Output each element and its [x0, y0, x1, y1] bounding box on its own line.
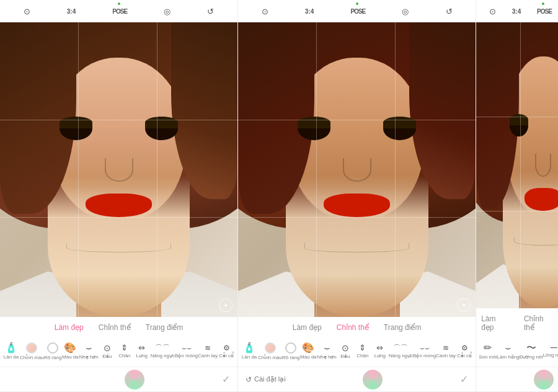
tool-lan-da-2[interactable]: 🧴 Làn da — [241, 343, 258, 360]
tool-nang-nguc-icon-1: ⌒⌒ — [155, 344, 170, 352]
tool-bon-mong-label-2: Bộn móng — [413, 353, 436, 359]
tool-chan-1[interactable]: ⇕ Chân — [116, 344, 133, 359]
color-circle-3[interactable] — [534, 370, 554, 390]
tool-nang-nguc-2[interactable]: ⌒⌒ Nâng ngực — [389, 344, 413, 359]
tool-cai-co-label-2: Cải cổ — [457, 353, 472, 359]
tool-dau-1[interactable]: ⊙ Đầu — [99, 344, 116, 359]
tool-chinh-mau-icon-2 — [265, 342, 276, 354]
action-bar-3: ↺ ✓ — [476, 367, 558, 391]
refresh-icon-1[interactable]: ↺ — [207, 7, 214, 16]
tool-chan-label-1: Chân — [118, 353, 130, 359]
circle-icon-1[interactable]: ◎ — [164, 7, 170, 16]
tool-bon-mong-1[interactable]: ⌣⌣ Bộn móng — [175, 344, 198, 359]
refresh-icon-2[interactable]: ↺ — [446, 7, 453, 16]
tool-canh-tay-2[interactable]: ≋ Cánh tay — [436, 344, 456, 359]
tool-chinh-mau-icon-1 — [26, 342, 37, 354]
ratio-34-icon-3[interactable]: 3:4 — [512, 8, 521, 15]
checkmark-1[interactable]: ✓ — [222, 373, 230, 385]
tool-duong-net-3[interactable]: 〜 Đường nét — [520, 343, 543, 360]
tab-lam-dep-3[interactable]: Làm đẹp — [479, 313, 512, 333]
tool-lung-1[interactable]: ⇔ Lưng — [133, 344, 151, 359]
tool-bar-1: 🧴 Làn da Chỉnh màu Rõ ràng 🎨 Màu da ⌣ Nh… — [0, 336, 237, 367]
tool-chinh-mau-1[interactable]: Chỉnh màu — [20, 342, 44, 360]
tool-ro-rang-label-1: Rõ ràng — [44, 355, 61, 360]
tool-dau-icon-2: ⊙ — [342, 344, 349, 352]
tool-bon-mong-2[interactable]: ⌣⌣ Bộn móng — [413, 344, 436, 359]
tab-lam-dep-1[interactable]: Làm đẹp — [52, 322, 86, 333]
tab-chinh-the-3[interactable]: Chỉnh thể — [521, 313, 557, 333]
aspect-ratio-icon-2[interactable]: ⊙ — [262, 7, 268, 16]
tab-bar-1: Làm đẹp Chỉnh thể Trang điểm — [0, 317, 237, 336]
tool-mau-da-2[interactable]: 🎨 Màu da — [299, 343, 317, 360]
tab-bar-3: Làm đẹp Chỉnh thể Trang điểm — [476, 308, 558, 336]
tab-lam-dep-2[interactable]: Làm đẹp — [290, 322, 324, 333]
tool-chan-icon-1: ⇕ — [121, 344, 128, 352]
pose-icon-3[interactable]: POSE — [537, 8, 552, 15]
tool-dau-2[interactable]: ⊙ Đầu — [337, 344, 354, 359]
tool-bar-3: ✏ Son môi ⌣ Làm hồng 〜 Đường nét — Lông … — [476, 336, 558, 367]
pose-icon-1[interactable]: POSE — [112, 8, 127, 15]
reset-btn-2[interactable]: ↺ Cài đặt lại — [246, 375, 286, 384]
circle-icon-2[interactable]: ◎ — [402, 7, 409, 16]
tool-nhe-hon-1[interactable]: ⌣ Nhẹ hơn — [79, 343, 98, 360]
portrait-2 — [238, 22, 476, 317]
tool-lam-hong-3[interactable]: ⌣ Làm hồng — [497, 343, 519, 360]
tool-ro-rang-2[interactable]: Rõ ràng — [282, 342, 299, 360]
aspect-ratio-icon-1[interactable]: ⊙ — [24, 7, 30, 16]
tool-chan-label-2: Chân — [356, 353, 368, 359]
tab-chinh-the-2[interactable]: Chỉnh thể — [334, 322, 371, 333]
tool-lung-2[interactable]: ⇔ Lưng — [371, 344, 389, 359]
ratio-34-icon-1[interactable]: 3:4 — [67, 8, 76, 15]
aspect-ratio-icon-3[interactable]: ⊙ — [489, 7, 496, 16]
tool-nang-nguc-1[interactable]: ⌒⌒ Nâng ngực — [151, 344, 175, 359]
color-circle-1[interactable] — [125, 370, 144, 390]
portrait-nose-1 — [105, 158, 133, 182]
checkmark-2[interactable]: ✓ — [460, 373, 468, 385]
tool-canh-tay-label-1: Cánh tay — [198, 353, 218, 359]
pose-icon-2[interactable]: POSE — [350, 8, 365, 15]
tool-lan-da-label-1: Làn da — [4, 354, 19, 360]
portrait-necklace-2 — [304, 243, 409, 252]
portrait-lips-3 — [525, 188, 558, 211]
portrait-1 — [0, 22, 237, 317]
tool-lan-da-label-2: Làn da — [242, 354, 257, 360]
portrait-eyes-3 — [510, 114, 558, 137]
tool-nhe-hon-2[interactable]: ⌣ Nhẹ hơn — [317, 343, 336, 360]
action-bar-2: ↺ Cài đặt lại ✓ — [238, 367, 476, 391]
tool-bon-mong-icon-1: ⌣⌣ — [182, 344, 192, 352]
tool-lan-da-icon-2: 🧴 — [243, 343, 255, 353]
tool-cai-co-1[interactable]: ⚙ Cải cổ — [218, 344, 235, 359]
tab-chinh-the-1[interactable]: Chỉnh thể — [96, 322, 133, 333]
tool-son-moi-icon-3: ✏ — [484, 343, 492, 353]
tool-duong-net-label-3: Đường nét — [520, 354, 543, 360]
tool-mau-da-icon-1: 🎨 — [64, 343, 76, 353]
eye-right-1 — [145, 117, 179, 140]
eye-left-2 — [298, 117, 331, 140]
dot-indicator-1 — [118, 2, 120, 5]
tool-canh-tay-1[interactable]: ≋ Cánh tay — [198, 344, 218, 359]
portrait-3 — [476, 22, 558, 308]
color-circle-2[interactable] — [363, 370, 383, 390]
tool-ro-rang-icon-2 — [285, 342, 296, 354]
tool-chinh-mau-2[interactable]: Chỉnh màu — [258, 342, 282, 360]
tool-ro-rang-1[interactable]: Rõ ràng — [44, 342, 61, 360]
panel-2: ⊙ 3:4 POSE ◎ ↺ — [238, 0, 476, 391]
tool-chan-2[interactable]: ⇕ Chân — [354, 344, 371, 359]
portrait-lips-1 — [86, 194, 152, 217]
tool-cai-co-2[interactable]: ⚙ Cải cổ — [456, 344, 473, 359]
beauty-badge-1: ✦ — [219, 298, 232, 312]
tab-trang-diem-1[interactable]: Trang điểm — [143, 322, 186, 333]
panel-3: ⊙ 3:4 POSE ◎ ↺ — [476, 0, 558, 391]
tool-son-moi-3[interactable]: ✏ Son môi — [479, 343, 497, 360]
tool-nhe-hon-icon-1: ⌣ — [86, 343, 92, 353]
tab-trang-diem-2[interactable]: Trang điểm — [381, 322, 424, 333]
tool-mau-da-1[interactable]: 🎨 Màu da — [61, 343, 79, 360]
ratio-34-icon-2[interactable]: 3:4 — [305, 8, 314, 15]
tool-lan-da-1[interactable]: 🧴 Làn da — [2, 343, 20, 360]
tool-long-may-3[interactable]: — Lông mày — [543, 344, 558, 358]
tool-lam-hong-label-3: Làm hồng — [497, 354, 519, 360]
tab-bar-2: Làm đẹp Chỉnh thể Trang điểm — [238, 317, 476, 336]
tool-bon-mong-label-1: Bộn móng — [175, 353, 198, 359]
tool-duong-net-icon-3: 〜 — [526, 343, 536, 353]
tool-nhe-hon-label-1: Nhẹ hơn — [79, 354, 98, 360]
